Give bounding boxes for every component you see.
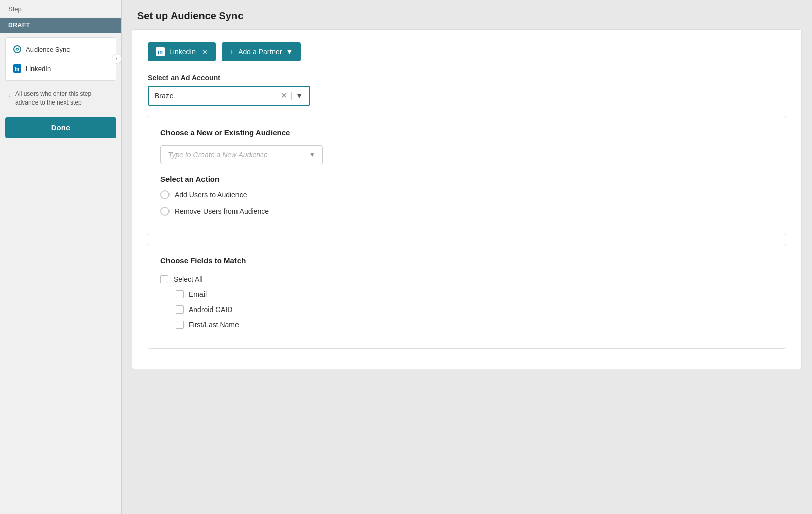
page-title: Set up Audience Sync bbox=[137, 10, 797, 22]
ad-account-chevron-icon[interactable]: ▼ bbox=[296, 92, 303, 100]
fields-section: Choose Fields to Match Select All Email … bbox=[148, 244, 786, 349]
first-last-name-checkbox[interactable] bbox=[176, 321, 184, 329]
advance-note: ↓ All users who enter this step advance … bbox=[0, 85, 121, 112]
radio-remove-users-circle[interactable] bbox=[160, 207, 170, 216]
ad-account-label: Select an Ad Account bbox=[148, 74, 786, 82]
select-divider bbox=[291, 92, 292, 100]
first-last-name-label: First/Last Name bbox=[189, 321, 239, 329]
audience-chevron-icon[interactable]: ▼ bbox=[309, 151, 315, 158]
content-area: in LinkedIn ✕ + Add a Partner ▼ Select a… bbox=[132, 29, 802, 369]
select-all-label: Select All bbox=[174, 275, 203, 283]
draft-header: DRAFT bbox=[0, 18, 121, 33]
action-section: Select an Action Add Users to Audience R… bbox=[160, 175, 773, 216]
partner-buttons-row: in LinkedIn ✕ + Add a Partner ▼ bbox=[148, 42, 786, 61]
main-content: Set up Audience Sync in LinkedIn ✕ + Add… bbox=[122, 0, 812, 514]
ad-account-value: Braze bbox=[155, 92, 281, 100]
chevron-down-icon: ▼ bbox=[286, 48, 293, 56]
linkedin-button-label: LinkedIn bbox=[169, 48, 196, 56]
android-gaid-checkbox[interactable] bbox=[176, 305, 184, 314]
android-gaid-label: Android GAID bbox=[189, 305, 232, 314]
sidebar: Step DRAFT Audience Sync in LinkedIn bbox=[0, 0, 122, 514]
sidebar-item-linkedin-label: LinkedIn bbox=[26, 65, 51, 73]
audience-placeholder: Type to Create a New Audience bbox=[168, 151, 309, 159]
linkedin-button[interactable]: in LinkedIn ✕ bbox=[148, 42, 216, 61]
done-button[interactable]: Done bbox=[5, 117, 116, 138]
svg-text:in: in bbox=[15, 66, 19, 72]
sidebar-item-audience-sync-label: Audience Sync bbox=[26, 46, 70, 53]
email-checkbox[interactable] bbox=[176, 290, 184, 298]
first-last-name-row[interactable]: First/Last Name bbox=[176, 321, 773, 329]
audience-action-section: Choose a New or Existing Audience Type t… bbox=[148, 116, 786, 235]
arrow-down-icon: ↓ bbox=[8, 91, 11, 99]
ad-account-select[interactable]: Braze ✕ ▼ bbox=[148, 86, 310, 106]
fields-title: Choose Fields to Match bbox=[160, 256, 773, 265]
svg-point-0 bbox=[14, 46, 21, 53]
radio-remove-users[interactable]: Remove Users from Audience bbox=[160, 207, 773, 216]
linkedin-close-icon[interactable]: ✕ bbox=[202, 48, 208, 56]
select-all-checkbox[interactable] bbox=[160, 275, 168, 283]
email-label: Email bbox=[189, 290, 207, 298]
expand-arrow[interactable]: › bbox=[112, 54, 122, 64]
add-partner-label: Add a Partner bbox=[238, 48, 282, 56]
linkedin-button-icon: in bbox=[156, 47, 165, 56]
radio-remove-users-label: Remove Users from Audience bbox=[175, 207, 269, 215]
audience-subsection: Choose a New or Existing Audience Type t… bbox=[160, 128, 773, 164]
linkedin-icon-sidebar: in bbox=[13, 64, 22, 73]
radio-add-users-circle[interactable] bbox=[160, 190, 170, 199]
page-header: Set up Audience Sync bbox=[122, 0, 812, 29]
radio-add-users[interactable]: Add Users to Audience bbox=[160, 190, 773, 199]
sidebar-card: Audience Sync in LinkedIn › bbox=[5, 37, 116, 81]
plus-icon: + bbox=[230, 48, 234, 56]
radio-add-users-label: Add Users to Audience bbox=[175, 191, 247, 199]
sidebar-item-audience-sync[interactable]: Audience Sync bbox=[6, 40, 116, 59]
email-field-row[interactable]: Email bbox=[176, 290, 773, 298]
ad-account-clear-icon[interactable]: ✕ bbox=[281, 91, 287, 100]
audience-sync-icon bbox=[13, 45, 22, 54]
sidebar-item-linkedin[interactable]: in LinkedIn bbox=[6, 59, 116, 78]
select-all-row[interactable]: Select All bbox=[160, 275, 773, 283]
audience-section-title: Choose a New or Existing Audience bbox=[160, 128, 773, 137]
action-section-title: Select an Action bbox=[160, 175, 773, 183]
add-partner-button[interactable]: + Add a Partner ▼ bbox=[222, 42, 301, 61]
step-label: Step bbox=[0, 0, 121, 18]
android-gaid-row[interactable]: Android GAID bbox=[176, 305, 773, 314]
ad-account-section: Select an Ad Account Braze ✕ ▼ bbox=[148, 74, 786, 106]
audience-dropdown[interactable]: Type to Create a New Audience ▼ bbox=[160, 145, 323, 164]
